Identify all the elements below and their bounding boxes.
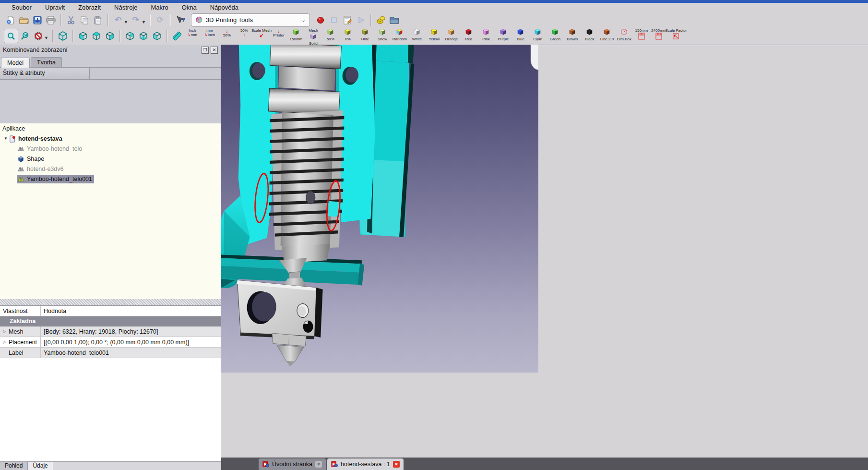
menu-n-pov-da[interactable]: Nápověda xyxy=(203,3,245,12)
whats-this-icon[interactable]: ? xyxy=(174,13,187,27)
tab-pohled[interactable]: Pohled xyxy=(0,462,28,470)
tree-item-shape[interactable]: Shape xyxy=(0,154,221,164)
stop-macro-icon[interactable] xyxy=(327,13,341,27)
clamp-tab-right[interactable] xyxy=(328,201,339,217)
view-left-icon[interactable] xyxy=(150,29,164,43)
tool-dim-box[interactable]: Dim Box xyxy=(616,28,633,41)
tab-tvorba[interactable]: Tvorba xyxy=(31,57,62,67)
tool-purple[interactable]: Purple xyxy=(495,28,512,41)
tool-50[interactable]: ↓50% xyxy=(218,28,236,37)
record-macro-icon[interactable] xyxy=(314,13,327,27)
measure-icon[interactable] xyxy=(170,29,184,43)
tool-150mm[interactable]: 150mm xyxy=(633,28,650,41)
part-workbench-icon[interactable] xyxy=(374,13,388,27)
new-file-icon[interactable] xyxy=(4,13,17,27)
model-tree[interactable]: Aplikace▼hotend-sestavaYamboo-hotend_tel… xyxy=(0,123,221,299)
view-front-icon[interactable] xyxy=(76,29,90,43)
freecad-file-icon: F xyxy=(262,461,269,468)
expander-icon[interactable]: ▷ xyxy=(3,340,8,344)
view-right-icon[interactable] xyxy=(103,29,117,43)
tree-item-yamboo-hotend-telo[interactable]: Yamboo-hotend_telo xyxy=(0,144,221,154)
tree-item-hotend-sestava[interactable]: ▼hotend-sestava xyxy=(0,133,221,144)
edit-macro-icon[interactable] xyxy=(341,13,354,27)
open-folder-icon[interactable] xyxy=(388,13,401,27)
fit-all-icon[interactable] xyxy=(4,29,18,43)
tool-green[interactable]: Green xyxy=(547,28,564,41)
axonometric-icon[interactable] xyxy=(56,29,70,43)
refresh-icon[interactable]: ⟳ xyxy=(154,13,167,27)
tab-daje[interactable]: Údaje xyxy=(28,462,53,470)
property-row-placement[interactable]: ▷Placement[(0,00 0,00 1,00); 0,00 °; (0,… xyxy=(0,337,221,348)
tool-scale-mesh[interactable]: Scale Mesh↙ xyxy=(253,28,270,37)
property-col-header[interactable]: Vlastnost xyxy=(0,306,41,316)
tool-random[interactable]: Random xyxy=(391,28,408,41)
mdi-tab-hotend-sestava-1[interactable]: Fhotend-sestava : 1✕ xyxy=(327,458,404,470)
open-file-icon[interactable] xyxy=(17,13,31,27)
mdi-tab-vodn-str-nka[interactable]: FÚvodní stránka✕ xyxy=(259,458,326,470)
workbench-selector[interactable]: 3D Printing Tools ⌄ xyxy=(191,13,310,27)
tool-50[interactable]: 50% xyxy=(322,28,339,41)
tool-inch-mm[interactable]: Inch↳mm xyxy=(184,28,201,37)
tool-show[interactable]: Show xyxy=(374,28,391,41)
tool-white[interactable]: White xyxy=(408,28,426,41)
tool-50[interactable]: 50%↑ xyxy=(236,28,253,37)
menu-n-stroje[interactable]: Nástroje xyxy=(107,3,144,12)
tool-red[interactable]: Red xyxy=(460,28,477,41)
draw-style-caret[interactable]: ▼ xyxy=(44,36,48,40)
property-row-mesh[interactable]: ▷Mesh[Body: 6322, Hrany: 19018, Plochy: … xyxy=(0,326,221,337)
toolbar-separator xyxy=(72,30,73,42)
undo-icon[interactable]: ↶ xyxy=(111,13,125,27)
tool-0[interactable]: 0% xyxy=(339,28,357,41)
tool-scale-factor[interactable]: Scale Factor xyxy=(667,28,685,41)
menu-soubor[interactable]: Soubor xyxy=(5,3,38,12)
copy-icon[interactable] xyxy=(78,13,91,27)
panel-splitter[interactable] xyxy=(0,299,221,305)
paste-icon[interactable] xyxy=(91,13,105,27)
property-row-label[interactable]: LabelYamboo-hotend_telo001 xyxy=(0,348,221,358)
tree-root-aplikace[interactable]: Aplikace xyxy=(0,123,221,133)
tool-black[interactable]: Black xyxy=(581,28,598,41)
redo-dropdown-caret[interactable]: ▼ xyxy=(142,20,146,24)
view-rear-icon[interactable] xyxy=(123,29,137,43)
tool-pink[interactable]: Pink xyxy=(477,28,495,41)
tool-cyan[interactable]: Cyan xyxy=(529,28,547,41)
tool-brown[interactable]: Brown xyxy=(564,28,581,41)
value-col-header[interactable]: Hodnota xyxy=(41,308,221,314)
tool-orange[interactable]: Orange xyxy=(443,28,460,41)
menu-upravit[interactable]: Upravit xyxy=(38,3,71,12)
tab-model[interactable]: Model xyxy=(1,58,30,68)
print-icon[interactable] xyxy=(44,13,58,27)
menu-makro[interactable]: Makro xyxy=(144,3,175,12)
tool-mm-inch[interactable]: mm↳Inch xyxy=(201,28,218,37)
float-panel-icon[interactable]: ❐ xyxy=(202,47,209,54)
tree-header-label[interactable]: Štítky & atributy xyxy=(0,68,90,79)
tool-mesh-solid[interactable]: MeshSolid xyxy=(305,28,322,46)
undo-dropdown-caret[interactable]: ▼ xyxy=(124,20,128,24)
tool-line-2-0[interactable]: Line 2.0 xyxy=(598,28,616,41)
property-group-header[interactable]: Základna xyxy=(0,316,221,326)
3d-viewport[interactable]: Z 290.2 ms / 3.4 fps xyxy=(221,45,868,458)
tool-printer[interactable]: ↓Printer xyxy=(270,28,287,37)
view-top-icon[interactable] xyxy=(90,29,103,43)
close-icon[interactable]: ✕ xyxy=(315,461,322,468)
draw-style-icon[interactable] xyxy=(32,29,45,43)
tool-blue[interactable]: Blue xyxy=(512,28,529,41)
expander-icon[interactable]: ▷ xyxy=(3,329,8,334)
close-panel-icon[interactable]: ✕ xyxy=(211,47,218,54)
zoom-selection-icon[interactable] xyxy=(18,29,32,43)
expander-icon[interactable]: ▼ xyxy=(3,136,9,141)
property-header-row: Vlastnost Hodnota xyxy=(0,306,221,316)
menu-okna[interactable]: Okna xyxy=(175,3,203,12)
cut-icon[interactable] xyxy=(64,13,78,27)
view-bottom-icon[interactable] xyxy=(137,29,150,43)
redo-icon[interactable]: ↷ xyxy=(129,13,143,27)
tree-item-hotend-e3dv6[interactable]: hotend-e3dv6 xyxy=(0,164,221,174)
menu-zobrazit[interactable]: Zobrazit xyxy=(71,3,107,12)
tool-150mm[interactable]: 150mm xyxy=(287,28,305,41)
close-icon[interactable]: ✕ xyxy=(393,461,400,468)
tool-yellow[interactable]: Yellow xyxy=(426,28,443,41)
play-macro-icon[interactable] xyxy=(354,13,368,27)
tree-item-yamboo-hotend-telo001[interactable]: Yamboo-hotend_telo001 xyxy=(0,174,221,184)
save-icon[interactable] xyxy=(31,13,44,27)
tool-hide[interactable]: Hide xyxy=(357,28,374,41)
